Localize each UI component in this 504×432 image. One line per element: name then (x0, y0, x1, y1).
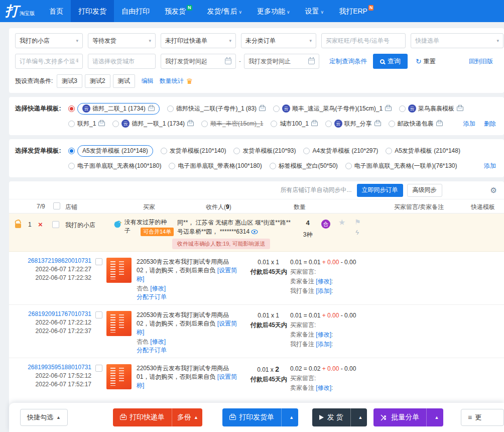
express-template-option[interactable]: 云 顺丰_速运_菜鸟(子母件)(15cm)_1 (273, 104, 392, 113)
nav-item-home[interactable]: 首页 (42, 0, 71, 22)
radio-selected-icon[interactable] (68, 105, 75, 112)
more-actions-button[interactable]: ≡ 更 (461, 409, 504, 426)
app-logo[interactable]: 打 淘宝版 (5, 5, 35, 18)
eye-icon[interactable] (251, 229, 258, 235)
delete-template-link[interactable]: 删除 (484, 120, 496, 127)
nav-item-more-features[interactable]: 更多功能∨ (249, 0, 298, 22)
sku-modify-link[interactable]: [修改] (150, 285, 166, 292)
invoice-template-option-selected[interactable]: A5发货单模板 (210*148) (68, 145, 153, 157)
printer-icon[interactable] (385, 106, 392, 111)
ship-time-start-picker[interactable]: 我打发货时间起 (161, 54, 236, 69)
printer-icon[interactable] (187, 122, 194, 126)
category-select[interactable]: 未分类订单▾ (241, 33, 316, 48)
invoice-template-option[interactable]: 电子面单底联_无表格(100*180) (68, 162, 161, 170)
ship-more-button[interactable]: ▲ (350, 408, 367, 426)
sku-modify-link[interactable]: [修改] (150, 338, 166, 345)
radio-icon[interactable] (386, 148, 392, 154)
invoice-template-option[interactable]: A4发货单模板 (210*297) (303, 147, 378, 155)
radio-icon[interactable] (201, 121, 208, 127)
unlock-icon[interactable] (15, 224, 21, 228)
group-checkbox[interactable] (52, 221, 59, 228)
select-all-checkbox[interactable] (53, 202, 60, 209)
gear-icon[interactable]: ⚙ (490, 186, 497, 195)
invoice-template-option[interactable]: 发货单模板(210*93) (233, 147, 296, 155)
express-template-option[interactable]: 云 联邦_分享 (325, 120, 381, 128)
invoice-template-option[interactable]: 电子面单底联_无表格(一联单)(76*130) (345, 162, 457, 170)
city-field[interactable] (88, 54, 156, 69)
nav-item-free-print[interactable]: 自由打印 (114, 0, 157, 22)
quantity-stats-link[interactable]: 数量统计 (160, 77, 184, 85)
ship-button[interactable]: 发 货 (312, 408, 350, 426)
order-id-link[interactable]: 2681993595188010731 (28, 364, 91, 371)
nav-item-settings[interactable]: 设置∨ (298, 0, 332, 22)
wangwang-buyer-icon[interactable] (113, 220, 122, 228)
quick-select[interactable]: 快捷选单▾ (411, 33, 503, 48)
radio-icon[interactable] (389, 121, 395, 127)
radio-icon[interactable] (270, 163, 276, 169)
order-checkbox[interactable] (95, 311, 102, 318)
buyer-search-input[interactable] (326, 37, 401, 44)
buyer-search-field[interactable] (321, 33, 406, 48)
printer-icon[interactable] (148, 106, 155, 111)
nav-item-ship-aftersale[interactable]: 发货/售后∨ (200, 0, 249, 22)
preset-chip-1[interactable]: 测试3 (57, 74, 82, 88)
express-template-option-disabled[interactable]: 顺丰_丰密(15cm)_1 (201, 120, 263, 128)
radio-icon[interactable] (271, 121, 277, 127)
shop-select[interactable]: 我打的小店▾ (15, 33, 83, 48)
city-input[interactable] (92, 58, 151, 65)
seller-note-modify-link[interactable]: [修改] (316, 384, 331, 391)
back-to-old-link[interactable]: 回到旧版 (469, 57, 493, 66)
express-template-option[interactable]: 云 德邦_一联_1 (1734) (112, 120, 194, 128)
express-template-option-selected[interactable]: 云 德邦_二联_1 (1734) (68, 103, 160, 115)
radio-icon[interactable] (303, 148, 310, 154)
add-template-link[interactable]: 添加 (463, 120, 475, 127)
radio-icon[interactable] (325, 121, 332, 127)
order-checkbox[interactable] (95, 258, 102, 265)
invoice-template-option[interactable]: A5发货单模板 (210*148) (386, 147, 460, 155)
ship-time-end-picker[interactable]: 我打发货时间止 (244, 54, 319, 69)
radio-icon[interactable] (399, 105, 406, 112)
printer-icon[interactable] (436, 122, 443, 126)
radio-icon[interactable] (233, 148, 240, 154)
product-image[interactable] (106, 258, 132, 283)
star-flag-icon[interactable]: ★ (338, 218, 345, 227)
advanced-sync-button[interactable]: 高级同步 (407, 184, 442, 197)
nav-item-preship[interactable]: 预发货N (157, 0, 200, 22)
order-no-field[interactable] (15, 54, 83, 69)
express-template-option[interactable]: 云 菜鸟裹裹模板 (399, 104, 463, 113)
flag-icon[interactable]: ⚑ (354, 218, 361, 226)
radio-icon[interactable] (345, 163, 352, 169)
printer-icon[interactable] (457, 106, 463, 111)
assign-sub-order-link[interactable]: 分配子订单 (137, 293, 167, 300)
radio-icon[interactable] (68, 163, 75, 169)
print-express-button[interactable]: 打印快递单 (113, 408, 172, 426)
product-image[interactable] (106, 311, 132, 336)
reset-button[interactable]: ↻重置 (416, 57, 436, 66)
print-express-multi-button[interactable]: 多份▲ (172, 408, 202, 426)
printer-icon[interactable] (98, 122, 105, 126)
radio-selected-icon[interactable] (68, 148, 75, 154)
invoice-template-option[interactable]: 电子面单底联_带表格(100*180) (169, 162, 262, 170)
merged-order-icon[interactable]: 合 (321, 220, 330, 229)
lightning-icon[interactable]: ϟ (355, 229, 359, 236)
add-template-link[interactable]: 添加 (484, 162, 496, 169)
radio-icon[interactable] (169, 163, 175, 169)
seller-note-modify-link[interactable]: [修改] (316, 278, 331, 285)
radio-icon[interactable] (273, 105, 280, 112)
radio-icon[interactable] (161, 148, 167, 154)
express-template-option[interactable]: 城市100_1 (271, 120, 317, 128)
sync-now-button[interactable]: 立即同步订单 (357, 184, 403, 197)
preset-chip-3[interactable]: 测试 (113, 74, 135, 88)
order-checkbox[interactable] (95, 365, 102, 372)
quick-check-button[interactable]: 快捷勾选 ▲ (20, 409, 68, 426)
mergeable-badge[interactable]: 可合并14单 (141, 228, 174, 236)
close-icon[interactable]: × (38, 221, 43, 228)
radio-icon[interactable] (167, 105, 174, 112)
preset-chip-2[interactable]: 测试2 (85, 74, 110, 88)
express-template-option[interactable]: 德邦快运_二联(子母件)_1 (83) (167, 104, 266, 113)
printer-icon[interactable] (259, 106, 266, 111)
printer-icon[interactable] (374, 122, 381, 126)
radio-icon[interactable] (112, 121, 119, 127)
order-id-link[interactable]: 2681920911767010731 (28, 310, 91, 317)
batch-split-button[interactable]: 批量分单 (373, 408, 426, 426)
